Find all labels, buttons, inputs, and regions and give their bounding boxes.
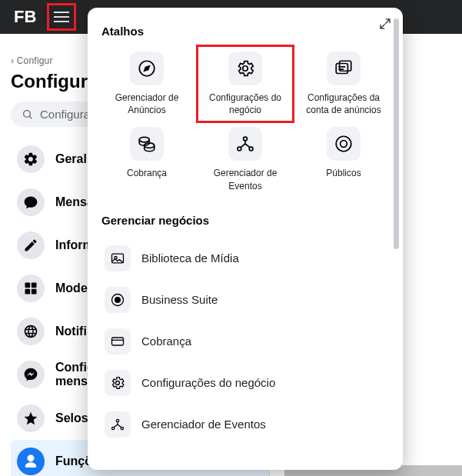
shortcut-gerenciador-eventos[interactable]: Gerenciador de Eventos <box>200 124 291 195</box>
shortcut-label: Cobrança <box>101 167 192 179</box>
svg-point-16 <box>249 147 253 151</box>
manage-cobranca[interactable]: Cobrança <box>101 321 389 362</box>
compass-icon <box>137 58 157 78</box>
grid-icon <box>17 275 45 302</box>
svg-rect-5 <box>32 289 37 295</box>
svg-rect-3 <box>32 283 37 288</box>
search-placeholder: Configura <box>40 108 90 121</box>
menu-button[interactable] <box>47 3 76 31</box>
expand-icon <box>378 17 392 31</box>
person-icon <box>17 448 45 475</box>
suite-icon <box>110 292 125 308</box>
events-icon <box>110 417 125 432</box>
manage-label: Configurações do negócio <box>141 376 275 389</box>
manage-label: Gerenciador de Eventos <box>141 418 266 431</box>
svg-rect-22 <box>112 338 124 345</box>
messenger-icon <box>17 361 45 388</box>
shortcut-label: Configurações da conta de anúncios <box>298 92 389 116</box>
shortcut-cobranca[interactable]: Cobrança <box>101 124 192 195</box>
hamburger-icon <box>54 8 69 25</box>
manage-biblioteca-midia[interactable]: Biblioteca de Mídia <box>101 238 389 279</box>
chat-icon <box>17 188 45 216</box>
star-icon <box>17 404 45 432</box>
manage-configuracoes-negocio[interactable]: Configurações do negócio <box>101 362 389 404</box>
svg-point-27 <box>121 427 123 429</box>
gear-icon <box>110 375 125 391</box>
manage-gerenciador-eventos[interactable]: Gerenciador de Eventos <box>101 404 389 445</box>
scrollbar[interactable] <box>394 18 399 249</box>
media-icon <box>110 251 125 266</box>
section-title-gerenciar: Gerenciar negócios <box>101 214 389 227</box>
manage-label: Biblioteca de Mídia <box>141 251 239 265</box>
shortcut-label: Gerenciador de Eventos <box>200 167 291 191</box>
svg-point-7 <box>243 66 248 72</box>
svg-point-25 <box>116 419 118 421</box>
gear-icon <box>17 145 45 173</box>
manage-business-suite[interactable]: Business Suite <box>101 279 389 321</box>
coins-icon <box>137 134 157 154</box>
svg-point-18 <box>341 141 347 148</box>
shortcut-configuracoes-conta[interactable]: Configurações da conta de anúncios <box>298 48 389 119</box>
shortcut-gerenciador-anuncios[interactable]: Gerenciador de Anúncios <box>101 48 192 119</box>
sidebar-item-label: Geral <box>55 152 87 166</box>
shortcut-label: Públicos <box>298 167 389 179</box>
shortcut-label: Gerenciador de Anúncios <box>101 92 192 116</box>
shortcut-configuracoes-negocio[interactable]: Configurações do negócio <box>200 48 291 119</box>
svg-rect-4 <box>25 289 31 295</box>
manage-list: Biblioteca de Mídia Business Suite Cobra… <box>101 238 389 445</box>
billing-icon <box>110 334 125 349</box>
shortcut-publicos[interactable]: Públicos <box>298 124 389 195</box>
svg-point-12 <box>139 138 149 143</box>
cards-icon <box>334 58 354 78</box>
svg-rect-2 <box>25 283 31 288</box>
sidebar-item-label: Model <box>55 281 91 295</box>
manage-label: Cobrança <box>141 335 191 348</box>
svg-point-24 <box>116 381 120 384</box>
svg-point-14 <box>244 137 248 141</box>
search-icon <box>22 108 34 121</box>
globe-icon <box>17 318 45 345</box>
sidebar-item-label: Notifi <box>55 325 87 338</box>
audience-icon <box>334 134 354 154</box>
events-icon <box>235 134 255 154</box>
manage-label: Business Suite <box>141 293 218 306</box>
svg-point-0 <box>24 110 31 117</box>
svg-point-15 <box>238 147 241 151</box>
svg-point-26 <box>112 427 115 429</box>
pencil-icon <box>17 231 45 259</box>
expand-button[interactable] <box>378 17 392 31</box>
gear-icon <box>235 58 255 78</box>
fb-logo: FB <box>14 7 36 27</box>
section-title-atalhos: Atalhos <box>101 25 389 38</box>
svg-rect-8 <box>336 64 347 74</box>
shortcut-grid: Gerenciador de Anúncios Configurações do… <box>101 48 389 195</box>
svg-line-1 <box>29 116 32 118</box>
shortcuts-panel: Atalhos Gerenciador de Anúncios Configur… <box>88 8 403 470</box>
shortcut-label: Configurações do negócio <box>200 92 291 116</box>
svg-point-17 <box>336 137 351 152</box>
